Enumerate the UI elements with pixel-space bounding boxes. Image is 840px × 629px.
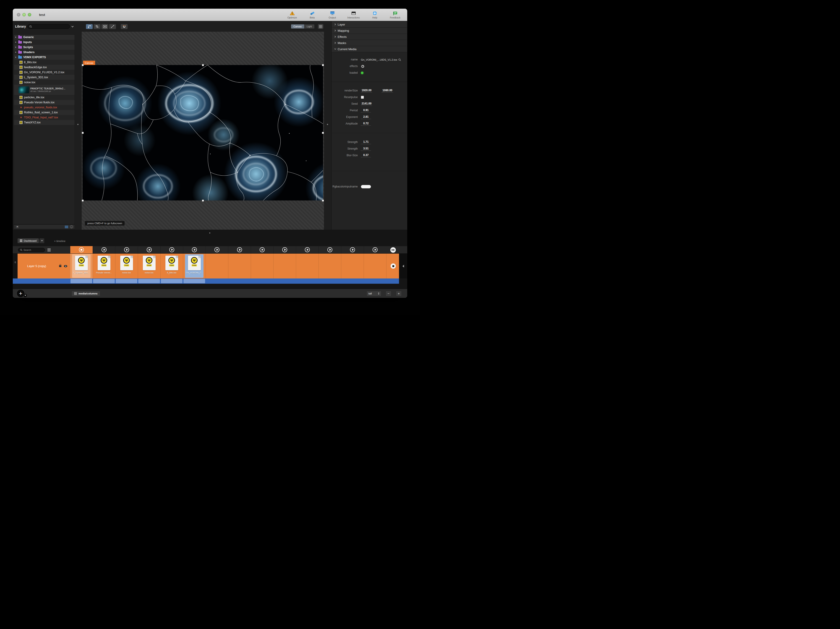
library-item[interactable]: ×TDIO_Float_Input_val7.tox [14, 115, 74, 120]
timeline-column-header[interactable] [319, 246, 341, 253]
section-masks[interactable]: Masks [332, 40, 407, 46]
add-timeline-button[interactable]: + timeline [54, 240, 65, 243]
disclosure-triangle-icon[interactable] [15, 57, 16, 58]
library-item[interactable]: Scripts [14, 45, 74, 50]
timeline-clip[interactable]: ΨTOXnoise.tox [140, 254, 158, 278]
layer-label[interactable]: Layer 5 (copy) [17, 254, 70, 279]
add-layer-options-button[interactable] [23, 293, 27, 297]
layer-stop-button[interactable] [391, 263, 396, 269]
color-swatch[interactable] [361, 185, 371, 188]
parameter-value-field[interactable]: 1080.00 [382, 89, 393, 93]
selection-handle[interactable] [202, 64, 204, 66]
parameter-value-field[interactable]: 2.81 [361, 115, 371, 119]
parameter-value-field[interactable]: 0.72 [361, 122, 371, 126]
library-item[interactable]: TwistXYZ.tox [14, 120, 74, 125]
library-item[interactable]: Inputs [14, 40, 74, 45]
panel-grip[interactable] [209, 232, 210, 233]
play-button[interactable] [350, 247, 355, 252]
mask-tool-button[interactable] [101, 24, 108, 29]
library-item[interactable]: particles_life.tox [14, 95, 74, 100]
toggle-canvas[interactable]: Canvas [291, 24, 304, 28]
disclosure-triangle-icon[interactable] [15, 47, 16, 48]
timeline-column-header[interactable] [228, 246, 251, 253]
optimize-button[interactable]: Optimize [287, 11, 297, 19]
magnet-tool-button[interactable] [121, 24, 128, 29]
stop-button[interactable] [79, 247, 84, 252]
line-tool-button[interactable] [109, 24, 116, 29]
play-button[interactable] [237, 247, 242, 252]
feedback-button[interactable]: Feedback [390, 11, 400, 19]
play-button[interactable] [101, 247, 107, 252]
library-item[interactable]: Pseudo Voroni fluids.tox [14, 100, 74, 105]
library-item[interactable]: Gn_VORONI_FLUIDS_V1.2.tox [14, 70, 74, 75]
selection-handle[interactable] [322, 132, 324, 134]
timeline-clip[interactable]: ΨTOXPseudo Voroni... [95, 254, 113, 278]
library-item[interactable]: ×pseudo_voronoi_fluids.tox [14, 105, 74, 110]
parameter-value-field[interactable]: 1920.00 [361, 89, 372, 93]
selection-handle[interactable] [82, 64, 84, 66]
chevron-down-icon[interactable] [71, 25, 74, 27]
timeline-column-header[interactable] [251, 246, 273, 253]
timeline-column-header[interactable] [205, 246, 228, 253]
selection-handle[interactable] [82, 200, 84, 202]
selection-handle[interactable] [322, 200, 324, 202]
library-item[interactable]: feedbackEdge.tox [14, 65, 74, 70]
section-layer[interactable]: Layer [332, 21, 407, 28]
beta-button[interactable]: Beta [307, 11, 317, 19]
zoom-out-button[interactable]: − [385, 291, 392, 296]
library-item[interactable]: PANOPTIC TEASER_3849x2...40 sec / 3840x2… [14, 85, 74, 95]
timeline-clip[interactable]: ΨTOX8_Bits.tox [163, 254, 181, 278]
timeline-clip[interactable]: ΨTOXnoise.tox [117, 254, 136, 278]
play-button[interactable] [215, 247, 219, 252]
disclosure-triangle-icon[interactable] [15, 41, 16, 43]
transform-tool-button[interactable] [86, 24, 93, 29]
library-item[interactable]: L_System_3D1.tox [14, 75, 74, 80]
canvas-tag[interactable]: Canvas [83, 61, 95, 65]
tab-dashboard[interactable]: Dashboard [17, 238, 39, 243]
interactions-button[interactable]: Interactions [347, 11, 360, 19]
section-effects[interactable]: Effects [332, 34, 407, 40]
library-item[interactable]: 8_Bits.tox [14, 60, 74, 65]
menu-icon[interactable] [47, 250, 51, 250]
fast-forward-button[interactable] [390, 247, 396, 253]
parameter-value-field[interactable]: 2141.00 [361, 102, 372, 106]
timeline-column-header[interactable] [273, 246, 296, 253]
crop-tool-button[interactable] [93, 24, 101, 29]
disclosure-triangle-icon[interactable] [15, 36, 16, 38]
parameter-value-field[interactable]: 0.37 [361, 153, 371, 158]
play-button[interactable] [147, 247, 152, 252]
traffic-light-minimize[interactable] [22, 13, 26, 16]
collapse-strip[interactable] [399, 254, 407, 279]
timeline-column-header[interactable] [138, 246, 160, 253]
eye-icon[interactable] [64, 265, 67, 267]
zoom-in-button[interactable]: + [396, 291, 402, 296]
library-item[interactable]: Generic [14, 35, 74, 40]
info-icon[interactable]: i [70, 225, 73, 228]
gear-icon[interactable] [361, 65, 365, 68]
selection-handle[interactable] [202, 200, 204, 202]
play-button[interactable] [169, 247, 174, 252]
add-media-button[interactable]: + [16, 225, 19, 229]
parameter-value-field[interactable]: 0.91 [361, 109, 371, 112]
timeline-column-header[interactable] [296, 246, 319, 253]
selection-handle[interactable] [322, 64, 324, 66]
column-header-active[interactable] [70, 246, 93, 253]
section-current-media[interactable]: Current Media [332, 46, 407, 52]
traffic-light-close[interactable] [17, 13, 20, 16]
timeline-column-header[interactable] [93, 246, 115, 253]
disclosure-triangle-icon[interactable] [15, 52, 16, 53]
play-button[interactable] [373, 247, 377, 252]
play-button[interactable] [327, 247, 332, 252]
help-button[interactable]: Help [370, 11, 380, 19]
timeline-column-header[interactable] [183, 246, 205, 253]
media-columns-button[interactable]: media/columns [71, 291, 100, 296]
section-mapping[interactable]: Mapping [332, 28, 407, 34]
list-view-icon[interactable] [65, 225, 68, 228]
timeline-clip[interactable]: ΨTOXGn_VORONI_F... [185, 254, 204, 278]
library-item[interactable]: noise.tox [14, 80, 74, 85]
library-item[interactable]: Shaders [14, 50, 74, 55]
parameter-value-field[interactable]: 3.51 [361, 147, 371, 151]
timeline-clip[interactable]: ΨTOXL_System_3D1... [72, 254, 91, 278]
search-icon[interactable] [398, 58, 401, 61]
timeline-column-header[interactable] [160, 246, 183, 253]
